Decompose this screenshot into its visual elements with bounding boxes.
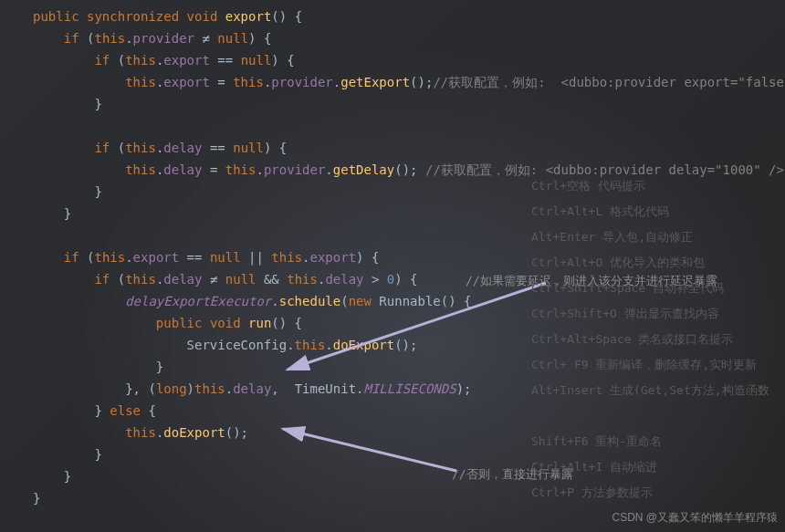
- keyword: public: [33, 9, 79, 24]
- annotation-else: //否则，直接进行暴露: [452, 464, 573, 485]
- watermark: CSDN @又蠢又笨的懒羊羊程序猿: [612, 506, 778, 528]
- code-block: public synchronized void export() { if (…: [0, 0, 785, 509]
- comment: //获取配置，例如: <dubbo:provider export="false…: [433, 75, 785, 89]
- annotation-delay: //如果需要延迟，则进入该分支并进行延迟暴露: [466, 270, 717, 292]
- comment: //获取配置，例如: <dubbo:provider delay="1000" …: [425, 162, 784, 177]
